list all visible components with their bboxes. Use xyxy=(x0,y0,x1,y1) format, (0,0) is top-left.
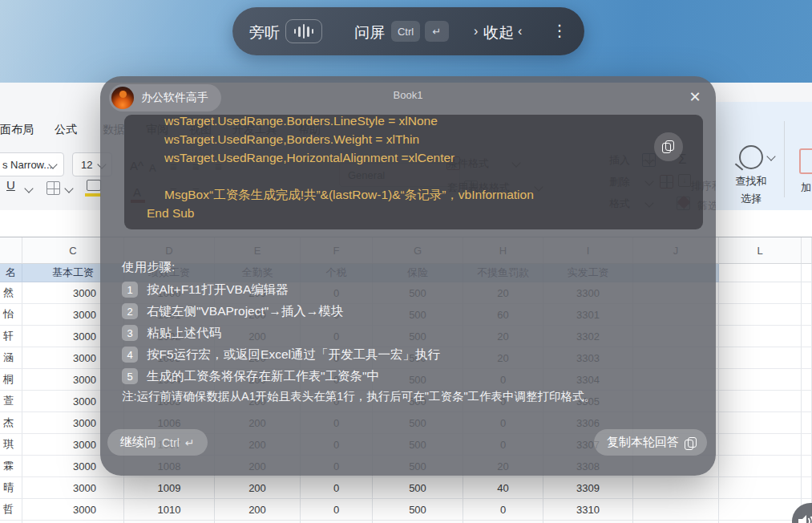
cell[interactable] xyxy=(719,304,802,326)
cell[interactable] xyxy=(802,347,812,369)
cell[interactable] xyxy=(719,369,802,391)
cell xyxy=(802,264,812,282)
cell[interactable]: 500 xyxy=(373,499,463,521)
find-select-line2: 选择 xyxy=(725,190,777,208)
cell[interactable]: 3309 xyxy=(543,477,633,499)
cell[interactable] xyxy=(802,304,812,326)
code-line: wsTarget.UsedRange.Borders.LineStyle = x… xyxy=(137,115,690,130)
cell[interactable] xyxy=(719,412,802,434)
cell[interactable]: 3310 xyxy=(543,499,633,521)
table-row: 哲30001010200050003310 xyxy=(0,499,812,521)
assistant-toolbar: 旁听 问屏 Ctrl ↵ › 收起 ‹ ⋮ xyxy=(232,7,584,55)
step-item: 5生成的工资条将保存在新工作表"工资条"中 xyxy=(122,367,379,385)
collapse-button[interactable]: 收起 xyxy=(483,22,514,43)
find-select-icon[interactable] xyxy=(739,145,763,169)
speaker-icon xyxy=(798,514,812,523)
cell[interactable] xyxy=(719,347,802,369)
cell[interactable]: 涵 xyxy=(0,347,22,369)
font-size-value: 12 xyxy=(81,159,92,171)
underline-button[interactable]: U xyxy=(6,178,15,192)
collapse-left-chevron: › xyxy=(474,24,478,39)
waveform-icon[interactable] xyxy=(285,19,322,43)
chevron-down-icon[interactable] xyxy=(64,184,73,193)
cell[interactable] xyxy=(719,391,802,412)
cell[interactable] xyxy=(719,326,802,347)
cell: 名 xyxy=(0,264,22,282)
find-select-line1: 查找和 xyxy=(725,172,777,190)
cell[interactable]: 1009 xyxy=(124,477,215,499)
copy-answer-button[interactable]: 复制本轮回答 xyxy=(594,429,707,456)
step-item: 1按Alt+F11打开VBA编辑器 xyxy=(122,281,289,298)
font-name-dropdown[interactable]: s Narrow... xyxy=(0,152,64,176)
cell xyxy=(802,237,812,264)
cell[interactable] xyxy=(802,326,812,347)
cell[interactable]: 晴 xyxy=(0,477,22,499)
chevron-down-icon[interactable] xyxy=(24,184,33,193)
cell[interactable] xyxy=(802,369,812,391)
cell[interactable] xyxy=(802,412,812,434)
cell[interactable]: 杰 xyxy=(0,412,22,434)
more-menu-icon[interactable]: ⋮ xyxy=(551,21,568,40)
cell[interactable]: 200 xyxy=(215,477,301,499)
find-select-button[interactable]: 查找和 选择 xyxy=(725,172,777,208)
cell xyxy=(719,264,802,282)
cell[interactable] xyxy=(719,434,802,456)
step-number: 4 xyxy=(122,347,138,363)
cell[interactable] xyxy=(719,282,802,304)
cell[interactable]: 然 xyxy=(0,282,22,304)
step-number: 5 xyxy=(122,368,138,384)
cell[interactable]: 500 xyxy=(373,477,463,499)
copy-code-button[interactable] xyxy=(654,132,683,161)
continue-ask-button[interactable]: 继续问 Ctrl ↵ xyxy=(107,429,208,456)
code-line: End Sub xyxy=(137,204,690,222)
cell[interactable]: 霖 xyxy=(0,456,22,477)
cell[interactable] xyxy=(802,456,812,477)
borders-icon[interactable] xyxy=(46,181,60,195)
cell[interactable]: 1010 xyxy=(124,499,215,521)
tab-page-layout[interactable]: 页面布局 xyxy=(0,123,34,137)
tab-formulas[interactable]: 公式 xyxy=(55,123,77,137)
steps-title: 使用步骤: xyxy=(122,259,175,276)
cell[interactable]: 200 xyxy=(215,499,301,521)
cell: L xyxy=(719,237,802,264)
close-icon[interactable]: ✕ xyxy=(685,87,705,107)
cell[interactable]: 0 xyxy=(301,499,373,521)
code-line: wsTarget.UsedRange,HorizontalAlignment =… xyxy=(137,148,690,167)
font-name-value: s Narrow... xyxy=(2,159,52,171)
code-line: MsgBox“工资条生成完成!共”&(lastRow-1)&“条记录”，vbIn… xyxy=(137,185,690,204)
cell[interactable]: 3000 xyxy=(22,499,124,521)
step-item: 4按F5运行宏，或返回Excel通过「开发工具一宏」执行 xyxy=(122,346,440,363)
listen-button[interactable]: 旁听 xyxy=(249,22,280,43)
collapse-right-chevron: ‹ xyxy=(518,24,522,39)
step-text: 按Alt+F11打开VBA编辑器 xyxy=(147,282,289,298)
addin-icon[interactable] xyxy=(799,148,812,174)
cell[interactable]: 琪 xyxy=(0,434,22,456)
cell[interactable]: 轩 xyxy=(0,326,22,347)
cell[interactable] xyxy=(719,456,802,477)
cell[interactable] xyxy=(719,499,802,521)
cell[interactable] xyxy=(802,434,812,456)
cell[interactable] xyxy=(719,477,802,499)
ctrl-key-hint: Ctrl xyxy=(162,436,180,449)
cell[interactable]: 3000 xyxy=(22,477,124,499)
addin-label: 加 xyxy=(801,180,811,195)
ask-screen-button[interactable]: 问屏 xyxy=(354,22,385,43)
cell[interactable]: 萱 xyxy=(0,391,22,412)
assistant-panel: 办公软件高手 Book1 ✕ wsTarget.UsedRange.Border… xyxy=(100,76,716,476)
fill-color-icon[interactable] xyxy=(87,180,101,191)
cell[interactable]: 0 xyxy=(463,499,543,521)
cell[interactable] xyxy=(802,282,812,304)
step-item: 3粘贴上述代码 xyxy=(122,324,221,342)
cell[interactable] xyxy=(633,499,719,521)
ribbon-divider xyxy=(784,121,785,197)
cell[interactable]: 40 xyxy=(463,477,543,499)
step-number: 2 xyxy=(122,303,138,319)
cell[interactable]: 怡 xyxy=(0,304,22,326)
cell[interactable]: 桐 xyxy=(0,369,22,391)
cell[interactable]: 0 xyxy=(301,477,373,499)
cell xyxy=(0,237,22,264)
cell[interactable] xyxy=(802,477,812,499)
cell[interactable]: 哲 xyxy=(0,499,22,521)
cell[interactable] xyxy=(633,477,719,499)
cell[interactable] xyxy=(802,391,812,412)
